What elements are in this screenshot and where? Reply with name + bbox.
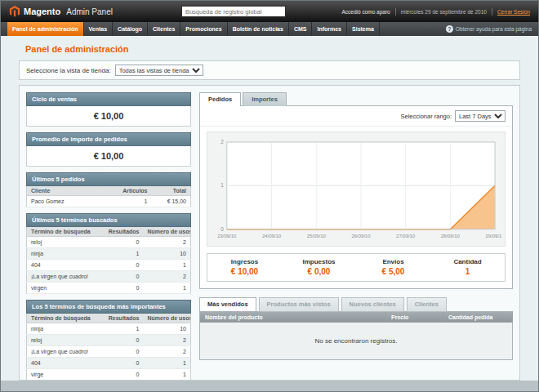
logged-in-as-text: Accedió como aparo [341,9,390,15]
nav-item[interactable]: Ventas [84,22,114,36]
last-orders-box: Últimos 5 pedidos ClienteArtículosTotal … [26,172,191,207]
store-view-switcher: Seleccione la vista de tienda: Todas las… [19,60,520,80]
empty-row: No se encontraron registros. [200,323,513,360]
total-value: € 0,00 [282,267,356,276]
lifetime-sales-box: Ciclo de ventas € 10,00 [26,92,191,127]
svg-text:24/09/10: 24/09/10 [262,234,282,238]
current-date-text: miércoles 29 de septiembre de 2010 [401,9,487,15]
table-row[interactable]: ¡La virgen que cuadro! 0 2 [27,346,191,358]
table-row[interactable]: 404 0 1 [27,260,191,271]
range-select-label: Seleccionar rango: [400,113,452,120]
dashboard-panel: Ciclo de ventas € 10,00 Promedio de impo… [19,85,520,381]
chart-panel: Seleccionar rango: Last 7 Days 01223/09/… [199,105,513,289]
column-header: Término de búsqueda [27,227,105,237]
nav-item[interactable]: CMS [289,22,313,36]
chart-toolbar: Seleccionar rango: Last 7 Days [200,106,512,127]
svg-text:0: 0 [220,226,224,232]
help-icon: ? [446,25,453,33]
total-label: Impuestos [282,258,356,265]
nav-item[interactable]: Promociones [180,22,227,36]
total-cell: Envíos € 5,00 [356,254,430,281]
last-search-terms-title: Últimos 5 términos buscados [26,213,191,227]
table-row[interactable]: reloj 0 2 [27,237,191,248]
column-header: Número de usos [144,314,191,323]
top-bar-user-area: Accedió como aparo miércoles 29 de septi… [341,8,530,16]
total-label: Ingresos [207,258,282,265]
main-nav: Panel de administraciónVentasCatálogoCli… [1,22,538,36]
svg-text:29/09/10: 29/09/10 [486,234,501,238]
nav-item[interactable]: Panel de administración [7,22,84,36]
lifetime-sales-title: Ciclo de ventas [26,92,191,106]
top-search-terms-box: Los 5 términos de búsqueda más important… [26,300,191,381]
column-header: Término de búsqueda [27,314,105,323]
column-header: Resultados [105,314,144,323]
divider [492,8,492,16]
magento-logo[interactable]: Magento Admin Panel [9,6,113,17]
magento-admin-window: Magento Admin Panel Accedió como aparo m… [0,0,539,392]
nav-item[interactable]: Boletín de noticias [228,22,289,36]
global-search-input[interactable] [181,6,286,17]
column-header: Nombre del producto [200,311,386,323]
help-link-label: Obtener ayuda para esta página [456,26,532,32]
last-search-terms-box: Últimos 5 términos buscados Término de b… [26,213,191,294]
last-orders-table: ClienteArtículosTotal Paco Gomez 1 € 15,… [26,186,191,207]
nav-item[interactable]: Sistema [347,22,380,36]
lifetime-sales-value: € 10,00 [26,106,191,127]
divider [395,8,396,16]
chart-tabs: PedidosImportes [199,92,513,106]
top-search-terms-title: Los 5 términos de búsqueda más important… [26,300,191,314]
total-label: Envíos [356,258,430,265]
svg-text:25/09/10: 25/09/10 [307,234,327,238]
dashboard-left-column: Ciclo de ventas € 10,00 Promedio de impo… [26,92,191,373]
column-header: Total [152,186,191,196]
svg-text:27/09/10: 27/09/10 [396,234,416,238]
average-orders-box: Promedio de importe de pedidos € 10,00 [26,132,191,167]
chart-tab[interactable]: Importes [243,92,287,106]
average-orders-title: Promedio de importe de pedidos [26,132,191,146]
grid-tab[interactable]: Nuevos clientes [341,297,404,312]
store-view-label: Seleccione la vista de tienda: [26,67,111,74]
logout-link[interactable]: Cerrar Sesión [497,9,530,15]
total-cell: Cantidad 1 [430,254,505,281]
total-label: Cantidad [430,258,505,265]
column-header: Artículos [115,186,152,196]
grid-tabs: Más vendidosProductos más vistosNuevos c… [199,297,513,312]
last-orders-title: Últimos 5 pedidos [26,172,191,186]
svg-text:23/09/10: 23/09/10 [217,234,237,238]
grid-tab[interactable]: Más vendidos [199,297,256,312]
table-row[interactable]: ninja 1 10 [27,248,191,260]
page-title: Panel de administración [25,44,514,54]
column-header: Resultados [105,227,144,237]
table-row[interactable]: Paco Gomez 1 € 15,00 [27,196,191,207]
total-cell: Impuestos € 0,00 [282,254,356,281]
chart-tab[interactable]: Pedidos [199,92,241,106]
magento-logo-icon [9,6,20,17]
total-cell: Ingresos € 10,00 [207,254,282,281]
table-row[interactable]: virgen 0 1 [27,283,191,294]
store-view-select[interactable]: Todas las vistas de tienda [115,65,203,76]
svg-text:2: 2 [220,139,224,145]
svg-text:28/09/10: 28/09/10 [441,234,461,238]
orders-chart: 01223/09/1024/09/1025/09/1026/09/1027/09… [211,136,501,243]
range-select[interactable]: Last 7 Days [455,110,506,122]
grid-tab[interactable]: Clientes [407,297,447,312]
dashboard-right-column: PedidosImportes Seleccionar rango: Last … [199,92,513,373]
table-row[interactable]: ninja 1 10 [27,323,191,335]
table-row[interactable]: ¡La virgen que cuadro! 0 2 [27,271,191,283]
nav-item[interactable]: Informes [312,22,347,36]
table-row[interactable]: virge 0 1 [27,369,191,381]
logo-text: Magento [24,7,60,16]
nav-item[interactable]: Clientes [148,22,180,36]
table-row[interactable]: reloj 0 2 [27,335,191,346]
total-value: € 5,00 [356,267,430,276]
content-area: Panel de administración Seleccione la vi… [1,36,538,381]
logo-subtitle: Admin Panel [66,7,113,16]
table-row[interactable]: 404 0 1 [27,358,191,369]
total-value: 1 [430,267,505,276]
nav-item[interactable]: Catálogo [113,22,148,36]
svg-text:1: 1 [220,182,224,188]
column-header: Cliente [27,186,115,196]
grid-tab[interactable]: Productos más vistos [259,297,339,312]
help-link[interactable]: ? Obtener ayuda para esta página [446,22,532,36]
column-header: Número de usos [144,227,191,237]
